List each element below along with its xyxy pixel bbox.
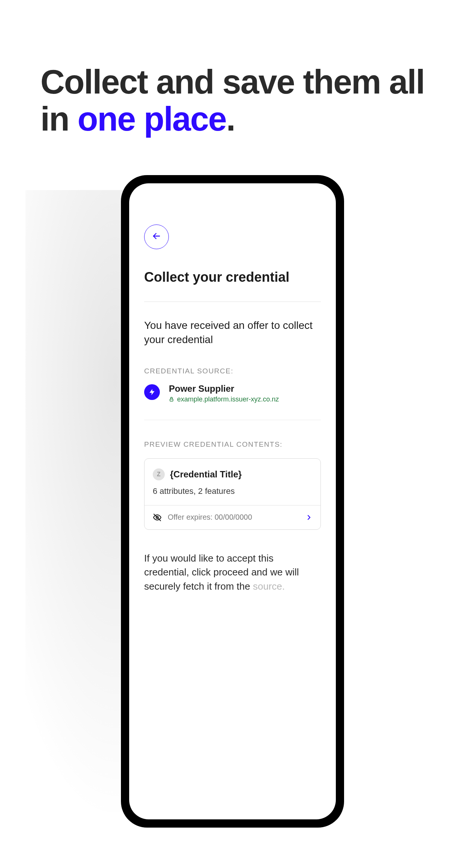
phone-frame: Collect your credential You have receive…: [121, 175, 344, 828]
credential-meta: 6 attributes, 2 features: [153, 486, 312, 496]
svg-rect-1: [170, 399, 173, 401]
eye-off-icon: [153, 513, 162, 522]
phone-screen: Collect your credential You have receive…: [129, 183, 336, 819]
headline-accent: one place: [78, 100, 226, 138]
accept-instructions: If you would like to accept this credent…: [144, 551, 321, 594]
back-button[interactable]: [144, 224, 169, 249]
lock-icon: [169, 397, 174, 402]
source-label: CREDENTIAL SOURCE:: [144, 367, 321, 375]
headline-part2: .: [226, 100, 235, 138]
bolt-icon: [144, 384, 160, 400]
credential-badge: Z: [153, 468, 165, 480]
arrow-left-icon: [151, 231, 162, 243]
offer-description: You have received an offer to collect yo…: [144, 318, 321, 347]
chevron-right-icon: [306, 514, 312, 521]
divider: [144, 302, 321, 302]
offer-expiry: Offer expires: 00/00/0000: [168, 513, 252, 522]
preview-label: PREVIEW CREDENTIAL CONTENTS:: [144, 440, 321, 449]
screen-title: Collect your credential: [144, 269, 321, 285]
credential-preview-card[interactable]: Z {Credential Title} 6 attributes, 2 fea…: [144, 458, 321, 530]
source-name: Power Supplier: [169, 383, 279, 394]
accept-text-faded: source.: [253, 581, 285, 592]
source-domain: example.platform.issuer-xyz.co.nz: [177, 395, 279, 403]
credential-title: {Credential Title}: [170, 469, 242, 480]
credential-source-row: Power Supplier example.platform.issuer-x…: [144, 383, 321, 403]
page-headline: Collect and save them all in one place.: [40, 64, 425, 138]
divider: [144, 420, 321, 420]
